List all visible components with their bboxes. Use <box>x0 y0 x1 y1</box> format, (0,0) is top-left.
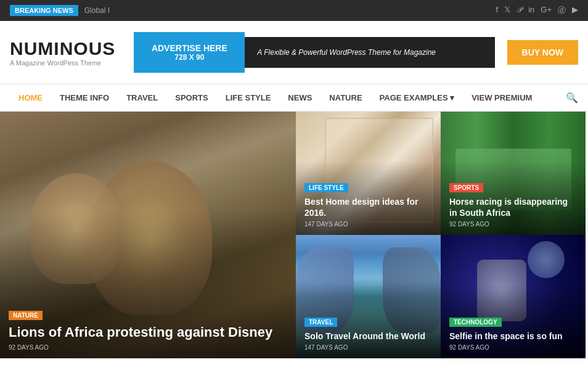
top-middle-date: 147 DAYS AGO <box>304 221 432 228</box>
ad-banner: ADVERTISE HERE 728 X 90 A Flexible & Pow… <box>134 32 578 73</box>
category-badge: LIFE STYLE <box>304 183 348 192</box>
nav-view-premium[interactable]: VIEW PREMIUM <box>463 84 541 111</box>
bottom-middle-date: 147 DAYS AGO <box>304 344 432 351</box>
ad-description: A Flexible & Powerful WordPress Theme fo… <box>245 37 494 68</box>
bottom-right-content: TECHNOLOGY Selfie in the space is so fun… <box>441 308 586 358</box>
social-icons-bar: f 𝕏 𝒫 in G+ ⓓ ▶ <box>496 5 578 16</box>
logo-area: NUMINOUS A Magazine WordPess Theme <box>10 38 115 67</box>
site-logo[interactable]: NUMINOUS <box>10 38 115 59</box>
featured-bottom-middle[interactable]: TRAVEL Solo Travel Around the World 147 … <box>296 235 441 358</box>
googleplus-icon[interactable]: G+ <box>541 5 552 16</box>
instagram-icon[interactable]: ⓓ <box>558 5 566 16</box>
category-badge: TECHNOLOGY <box>449 318 502 327</box>
top-right-content: SPORTS Horse racing is disappearing in S… <box>441 174 586 235</box>
featured-bottom-right[interactable]: TECHNOLOGY Selfie in the space is so fun… <box>441 235 586 358</box>
bottom-right-date: 92 DAYS AGO <box>449 344 577 351</box>
top-right-date: 92 DAYS AGO <box>449 221 577 228</box>
nav-home[interactable]: HOME <box>10 84 51 111</box>
breaking-text: Global I <box>84 6 110 15</box>
nav-nature[interactable]: NATURE <box>321 84 370 111</box>
nav-sports[interactable]: SPORTS <box>166 84 216 111</box>
top-middle-content: LIFE STYLE Best Home design ideas for 20… <box>296 174 441 235</box>
top-middle-title: Best Home design ideas for 2016. <box>304 196 432 218</box>
nav-news[interactable]: NEWS <box>279 84 321 111</box>
bottom-middle-content: TRAVEL Solo Travel Around the World 147 … <box>296 308 441 358</box>
nav-page-examples[interactable]: PAGE EXAMPLES ▾ <box>371 84 463 111</box>
facebook-icon[interactable]: f <box>496 5 499 16</box>
nav-travel[interactable]: TRAVEL <box>118 84 166 111</box>
category-badge: NATURE <box>9 311 43 320</box>
youtube-icon[interactable]: ▶ <box>572 5 578 16</box>
site-tagline: A Magazine WordPess Theme <box>10 59 115 67</box>
breaking-news-bar: BREAKING NEWS Global I f 𝕏 𝒫 in G+ ⓓ ▶ <box>0 0 588 21</box>
category-badge: TRAVEL <box>304 318 337 327</box>
breaking-label: BREAKING NEWS <box>10 5 78 16</box>
main-article-title: Lions of Africa protesting against Disne… <box>9 324 287 342</box>
bottom-middle-title: Solo Travel Around the World <box>304 331 432 342</box>
ad-label: ADVERTISE HERE 728 X 90 <box>134 32 245 73</box>
linkedin-icon[interactable]: in <box>528 5 534 16</box>
search-icon[interactable]: 🔍 <box>566 92 578 104</box>
pinterest-icon[interactable]: 𝒫 <box>517 5 522 16</box>
main-nav: HOME THEME INFO TRAVEL SPORTS LIFE STYLE… <box>0 84 588 112</box>
top-news-section: Top News SPORTS TECHNOLOGY Smart Watch o… <box>0 358 588 370</box>
featured-top-right[interactable]: SPORTS Horse racing is disappearing in S… <box>441 112 586 235</box>
nav-lifestyle[interactable]: LIFE STYLE <box>217 84 280 111</box>
nav-theme-info[interactable]: THEME INFO <box>51 84 118 111</box>
main-article-content: NATURE Lions of Africa protesting agains… <box>0 302 296 358</box>
main-article-date: 92 DAYS AGO <box>9 344 287 351</box>
featured-main-article[interactable]: NATURE Lions of Africa protesting agains… <box>0 112 296 358</box>
site-header: NUMINOUS A Magazine WordPess Theme ADVER… <box>0 21 588 84</box>
buy-now-button[interactable]: BUY NOW <box>507 40 578 65</box>
twitter-icon[interactable]: 𝕏 <box>504 5 510 16</box>
bottom-right-title: Selfie in the space is so fun <box>449 331 577 342</box>
featured-top-middle[interactable]: LIFE STYLE Best Home design ideas for 20… <box>296 112 441 235</box>
top-right-title: Horse racing is disappearing in South Af… <box>449 196 577 218</box>
featured-grid: NATURE Lions of Africa protesting agains… <box>0 112 588 358</box>
category-badge: SPORTS <box>449 183 483 192</box>
